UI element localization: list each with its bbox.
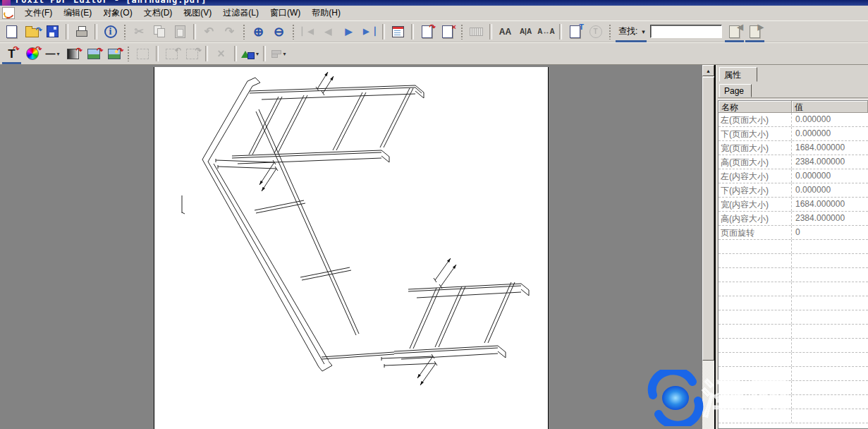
undo-button[interactable]: ↶ [200,22,219,42]
zoom-out-button[interactable]: ⊖ [269,22,288,42]
column-header-value[interactable]: 值 [792,101,868,113]
delete-object-button[interactable]: × [212,44,231,64]
overlay-mark-icon: ↷ [76,47,82,54]
menu-file[interactable]: 文件(F) [19,6,58,20]
keyboard-button[interactable] [467,22,486,42]
find-dropdown-icon[interactable]: ▾ [639,28,648,35]
copy-button[interactable] [150,22,169,42]
tab-page[interactable]: Page [719,84,752,97]
property-row: 下(内容大小)0.000000 [719,183,868,198]
rotate-page-button[interactable]: ↷ [417,22,436,42]
rotate-left-icon: ↶ [166,49,178,59]
property-value[interactable]: 0.000000 [792,113,868,126]
property-row-empty [719,296,868,310]
select-object-button[interactable] [133,44,152,64]
new-file-button[interactable] [2,22,21,42]
property-value[interactable]: 1684.000000 [792,141,868,155]
scrollbar-thumb[interactable] [702,77,714,361]
toolbar-gripper [123,24,126,40]
property-value[interactable]: 0.000000 [792,183,868,197]
vertical-scrollbar[interactable]: ▲ [702,65,714,429]
zoom-in-button[interactable]: ⊕ [249,22,268,42]
next-page-button[interactable]: ▶ [339,22,358,42]
menu-object[interactable]: 对象(O) [97,6,137,20]
redo-button[interactable]: ↷ [220,22,239,42]
align-objects-button[interactable]: ▾ [269,44,288,64]
font-spacing-button[interactable]: A↔A [537,22,556,42]
property-row-empty [719,381,868,395]
print-button[interactable] [72,22,91,42]
find-previous-button[interactable]: ◀ [725,22,744,42]
property-row-empty [719,310,868,325]
property-value[interactable]: 0.000000 [792,169,868,183]
font-spacing-icon: A↔A [537,28,554,35]
font-kerning-button[interactable]: A|A [516,22,535,42]
page-form-button[interactable] [389,22,408,42]
prev-page-button[interactable]: ◀ [319,22,338,42]
property-value[interactable]: 2384.000000 [792,212,868,225]
save-file-button[interactable] [43,22,62,42]
property-row: 宽(内容大小)1684.000000 [719,198,868,212]
pdf-page[interactable] [154,67,549,429]
redo-icon: ↷ [225,26,234,37]
window-title: Foxit PDF Editor - [anfhuang.pdf] [16,0,207,5]
open-file-button[interactable]: ↷ [23,22,42,42]
dropdown-caret-icon[interactable]: ▾ [56,51,59,57]
tab-properties[interactable]: 属性 [719,67,757,82]
property-row-empty [719,339,868,353]
line-style-button[interactable]: —▾ [43,44,62,64]
edit-image-button[interactable]: ↷ [84,44,103,64]
property-value[interactable]: 1684.000000 [792,198,868,211]
insert-image-button[interactable]: ↷ [104,44,123,64]
menu-edit[interactable]: 编辑(E) [58,6,97,20]
find-input[interactable] [650,25,722,38]
insert-shading-button[interactable]: ↷ [63,44,82,64]
property-row: 高(内容大小)2384.000000 [719,212,868,226]
property-row-empty [719,395,868,409]
property-value[interactable]: 2384.000000 [792,155,868,169]
last-page-icon: ▶▕ [363,28,375,35]
column-header-name[interactable]: 名称 [719,101,792,113]
menu-filter[interactable]: 过滤器(L) [217,6,264,20]
delete-page-button[interactable]: × [438,22,457,42]
title-bar: Foxit PDF Editor - [anfhuang.pdf] [0,0,868,6]
insert-text-button[interactable]: T↷ [2,44,21,64]
toolbar-gripper [460,24,463,40]
overlay-mark-icon: ↷ [429,23,436,31]
insert-shading-icon: ↷ [67,49,79,59]
find-next-button[interactable]: ▶ [745,22,764,42]
rotate-left-button[interactable]: ↶ [162,44,181,64]
document-info-button[interactable]: i [101,22,120,42]
property-row-empty [719,240,868,254]
insert-shape-icon [241,49,255,59]
property-value[interactable]: 0.000000 [792,127,868,140]
first-page-button[interactable]: ▏◀ [298,22,317,42]
rotate-right-button[interactable]: ↷ [183,44,202,64]
dropdown-caret-icon[interactable]: ▾ [283,51,286,57]
insert-color-button[interactable]: ↷ [23,44,42,64]
property-value[interactable]: 0 [792,226,868,239]
insert-shape-button[interactable]: ▾ [240,44,259,64]
add-text-button[interactable]: T [566,22,585,42]
prev-page-icon: ◀ [325,27,332,36]
property-row-empty [719,409,868,423]
property-row: 左(页面大小)0.000000 [719,113,868,127]
property-row: 页面旋转0 [719,226,868,240]
menu-help[interactable]: 帮助(H) [306,6,346,20]
paste-button[interactable] [171,22,190,42]
overlay-mark-icon: ↷ [117,47,123,54]
new-file-icon [6,25,17,38]
property-row-empty [719,367,868,381]
cut-button[interactable]: ✂ [130,22,149,42]
font-style-button[interactable]: AA [496,22,515,42]
property-name: 下(页面大小) [719,127,792,140]
scroll-up-button[interactable]: ▲ [702,65,714,76]
last-page-button[interactable]: ▶▕ [360,22,379,42]
text-circle-button[interactable]: T [586,22,605,42]
undo-icon: ↶ [204,26,214,37]
menu-view[interactable]: 视图(V) [178,6,217,20]
menu-document[interactable]: 文档(D) [138,6,178,20]
dropdown-caret-icon[interactable]: ▾ [256,51,259,57]
menu-window[interactable]: 窗口(W) [264,6,306,20]
properties-panel: 属性 Page 名称 值 左(页面大小)0.000000下(页面大小)0.000… [716,65,868,429]
